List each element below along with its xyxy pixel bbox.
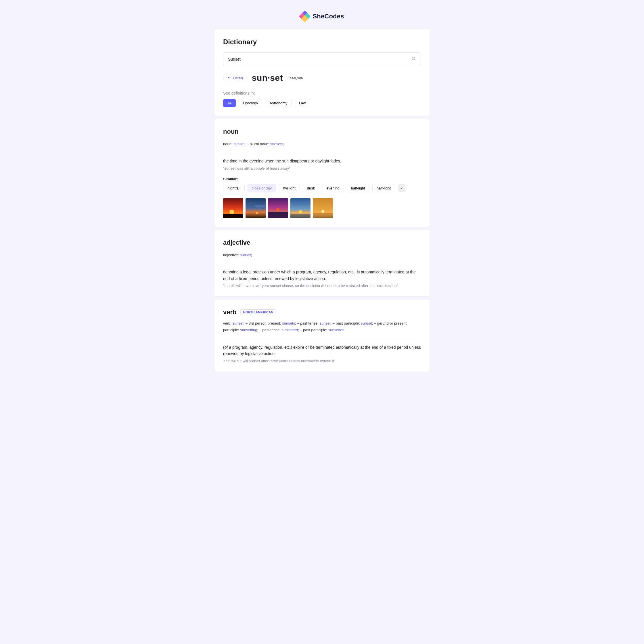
- svg-point-6: [246, 202, 256, 206]
- pronunciation: /ˈsənˌset/: [287, 76, 303, 80]
- page-title: Dictionary: [223, 38, 421, 46]
- similar-pill[interactable]: twillight: [279, 184, 300, 192]
- similar-pill[interactable]: close of day: [248, 184, 276, 192]
- svg-point-13: [299, 210, 302, 214]
- svg-point-3: [229, 210, 234, 214]
- listen-button[interactable]: Listen: [223, 74, 247, 82]
- search-box[interactable]: [223, 52, 421, 66]
- see-definitions-label: See definitions in:: [223, 91, 421, 95]
- pos-heading-verb: verb: [223, 308, 236, 316]
- verb-example: "the tax cut will sunset after three yea…: [223, 359, 421, 363]
- svg-point-16: [321, 210, 324, 213]
- svg-rect-11: [268, 212, 288, 218]
- svg-point-7: [254, 205, 266, 208]
- svg-rect-4: [223, 214, 243, 218]
- adjective-example: "the bill will have a two-year sunset cl…: [223, 283, 421, 288]
- adjective-card: adjective adjective: sunset; denoting a …: [214, 230, 430, 296]
- similar-pill[interactable]: half-light: [347, 184, 369, 192]
- sunset-thumbnail[interactable]: [268, 198, 288, 218]
- search-input[interactable]: [228, 57, 411, 62]
- brand-logo: SheCodes: [214, 11, 430, 21]
- verb-card: verb NORTH AMERICAN verb: sunset; – 3rd …: [214, 300, 430, 372]
- similar-label: Similiar:: [223, 177, 421, 181]
- noun-definition: the time in the evening when the sun dis…: [223, 158, 421, 164]
- category-pill[interactable]: Law: [295, 99, 310, 107]
- adjective-forms: adjective: sunset;: [223, 252, 421, 258]
- pos-heading-adjective: adjective: [223, 239, 421, 246]
- expand-similar-button[interactable]: [398, 184, 405, 192]
- category-row: AllHorologyAstronomyLaw: [223, 99, 421, 107]
- category-pill[interactable]: All: [223, 99, 236, 107]
- sunset-thumbnail[interactable]: [246, 198, 266, 218]
- noun-forms: noun: sunset; – plural noun: sunsets;: [223, 141, 421, 147]
- headword: sun·set: [252, 73, 283, 83]
- noun-card: noun noun: sunset; – plural noun: sunset…: [214, 119, 430, 227]
- image-thumbnails: [223, 198, 421, 218]
- verb-definition: (of a program, agency, regulation, etc.)…: [223, 344, 421, 357]
- sunset-thumbnail[interactable]: [290, 198, 311, 218]
- svg-point-10: [277, 208, 279, 211]
- sunset-thumbnail[interactable]: [313, 198, 333, 218]
- verb-forms: verb: sunset; – 3rd person present: suns…: [223, 320, 421, 333]
- category-pill[interactable]: Astronomy: [265, 99, 292, 107]
- similar-pill[interactable]: dusk: [303, 184, 319, 192]
- noun-example: "sunset was still a couple of hours away…: [223, 166, 421, 170]
- listen-label: Listen: [233, 76, 243, 80]
- similar-pill[interactable]: half-light: [372, 184, 395, 192]
- adjective-definition: denoting a legal provision under which a…: [223, 269, 421, 282]
- sunset-thumbnail[interactable]: [223, 198, 243, 218]
- svg-rect-17: [313, 213, 333, 218]
- similar-pill[interactable]: nightfall: [223, 184, 245, 192]
- region-tag: NORTH AMERICAN: [240, 309, 276, 315]
- svg-point-0: [412, 57, 415, 60]
- svg-rect-14: [290, 214, 311, 218]
- header-card: Dictionary Listen sun·set /ˈsənˌset/ See…: [214, 29, 430, 116]
- similar-pill[interactable]: evening: [322, 184, 344, 192]
- similar-row: nightfallclose of daytwillightduskevenin…: [223, 184, 421, 192]
- brand-name: SheCodes: [313, 13, 344, 20]
- search-icon[interactable]: [411, 56, 416, 62]
- speaker-icon: [227, 76, 231, 80]
- svg-line-1: [415, 60, 415, 60]
- svg-rect-5: [246, 198, 266, 218]
- category-pill[interactable]: Horology: [239, 99, 262, 107]
- svg-point-8: [256, 212, 258, 214]
- brand-mark-icon: [300, 11, 310, 21]
- pos-heading-noun: noun: [223, 128, 421, 135]
